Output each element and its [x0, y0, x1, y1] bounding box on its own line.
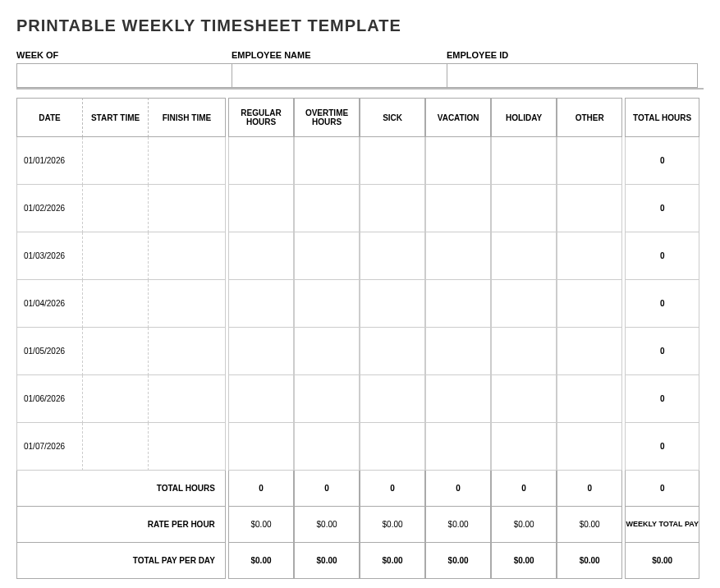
other-cell[interactable]	[557, 328, 622, 375]
regular-cell[interactable]	[228, 328, 294, 375]
finish-cell[interactable]	[148, 280, 226, 328]
rate-regular: $0.00	[228, 507, 294, 543]
sick-cell[interactable]	[360, 375, 425, 423]
employee-id-label: EMPLOYEE ID	[447, 50, 698, 60]
finish-cell[interactable]	[148, 137, 226, 185]
pay-label: TOTAL PAY PER DAY	[16, 543, 226, 579]
col-holiday: HOLIDAY	[491, 98, 557, 137]
weekly-total-label: WEEKLY TOTAL PAY	[625, 507, 699, 543]
finish-cell[interactable]	[148, 185, 226, 232]
date-cell[interactable]: 01/05/2026	[16, 328, 82, 375]
date-cell[interactable]: 01/06/2026	[16, 375, 82, 423]
start-cell[interactable]	[82, 423, 148, 471]
start-cell[interactable]	[82, 137, 148, 185]
holiday-cell[interactable]	[491, 232, 557, 280]
col-regular-hours: REGULAR HOURS	[228, 98, 294, 137]
vacation-cell[interactable]	[425, 137, 491, 185]
sick-cell[interactable]	[360, 185, 425, 232]
pay-holiday: $0.00	[491, 543, 557, 579]
finish-cell[interactable]	[148, 232, 226, 280]
pay-total: $0.00	[625, 543, 699, 579]
other-cell[interactable]	[557, 423, 622, 471]
row-total-cell: 0	[625, 423, 699, 471]
start-cell[interactable]	[82, 375, 148, 423]
regular-cell[interactable]	[228, 280, 294, 328]
vacation-cell[interactable]	[425, 375, 491, 423]
rate-sick: $0.00	[360, 507, 425, 543]
regular-cell[interactable]	[228, 232, 294, 280]
col-other: OTHER	[557, 98, 622, 137]
date-cell[interactable]: 01/03/2026	[16, 232, 82, 280]
overtime-cell[interactable]	[294, 185, 360, 232]
table-row: 01/06/2026 0	[16, 375, 699, 423]
col-date: DATE	[16, 98, 82, 137]
overtime-cell[interactable]	[294, 137, 360, 185]
start-cell[interactable]	[82, 328, 148, 375]
col-finish-time: FINISH TIME	[148, 98, 226, 137]
pay-overtime: $0.00	[294, 543, 360, 579]
start-cell[interactable]	[82, 280, 148, 328]
total-regular: 0	[228, 471, 294, 507]
header-inputs	[16, 63, 704, 90]
overtime-cell[interactable]	[294, 232, 360, 280]
holiday-cell[interactable]	[491, 280, 557, 328]
col-sick: SICK	[360, 98, 425, 137]
row-total-cell: 0	[625, 137, 699, 185]
week-of-label: WEEK OF	[16, 50, 232, 60]
holiday-cell[interactable]	[491, 423, 557, 471]
total-hours-label: TOTAL HOURS	[16, 471, 226, 507]
vacation-cell[interactable]	[425, 185, 491, 232]
sick-cell[interactable]	[360, 232, 425, 280]
vacation-cell[interactable]	[425, 280, 491, 328]
date-cell[interactable]: 01/04/2026	[16, 280, 82, 328]
date-cell[interactable]: 01/01/2026	[16, 137, 82, 185]
employee-id-input[interactable]	[447, 63, 698, 88]
table-row: 01/05/2026 0	[16, 328, 699, 375]
week-of-input[interactable]	[16, 63, 232, 88]
regular-cell[interactable]	[228, 137, 294, 185]
vacation-cell[interactable]	[425, 232, 491, 280]
col-total-hours: TOTAL HOURS	[625, 98, 699, 137]
table-row: 01/03/2026 0	[16, 232, 699, 280]
date-cell[interactable]: 01/07/2026	[16, 423, 82, 471]
pay-regular: $0.00	[228, 543, 294, 579]
row-total-cell: 0	[625, 280, 699, 328]
sick-cell[interactable]	[360, 137, 425, 185]
total-sick: 0	[360, 471, 425, 507]
overtime-cell[interactable]	[294, 280, 360, 328]
start-cell[interactable]	[82, 185, 148, 232]
other-cell[interactable]	[557, 232, 622, 280]
employee-name-input[interactable]	[232, 63, 447, 88]
sick-cell[interactable]	[360, 280, 425, 328]
total-all: 0	[625, 471, 699, 507]
table-row: 01/07/2026 0	[16, 423, 699, 471]
date-cell[interactable]: 01/02/2026	[16, 185, 82, 232]
row-total-cell: 0	[625, 328, 699, 375]
start-cell[interactable]	[82, 232, 148, 280]
holiday-cell[interactable]	[491, 137, 557, 185]
other-cell[interactable]	[557, 280, 622, 328]
sick-cell[interactable]	[360, 328, 425, 375]
total-vacation: 0	[425, 471, 491, 507]
overtime-cell[interactable]	[294, 375, 360, 423]
timesheet-table: DATE START TIME FINISH TIME REGULAR HOUR…	[16, 98, 699, 579]
overtime-cell[interactable]	[294, 423, 360, 471]
rate-vacation: $0.00	[425, 507, 491, 543]
overtime-cell[interactable]	[294, 328, 360, 375]
regular-cell[interactable]	[228, 375, 294, 423]
regular-cell[interactable]	[228, 185, 294, 232]
other-cell[interactable]	[557, 137, 622, 185]
finish-cell[interactable]	[148, 375, 226, 423]
vacation-cell[interactable]	[425, 423, 491, 471]
other-cell[interactable]	[557, 185, 622, 232]
other-cell[interactable]	[557, 375, 622, 423]
finish-cell[interactable]	[148, 423, 226, 471]
vacation-cell[interactable]	[425, 328, 491, 375]
pay-other: $0.00	[557, 543, 622, 579]
holiday-cell[interactable]	[491, 185, 557, 232]
regular-cell[interactable]	[228, 423, 294, 471]
holiday-cell[interactable]	[491, 328, 557, 375]
holiday-cell[interactable]	[491, 375, 557, 423]
finish-cell[interactable]	[148, 328, 226, 375]
sick-cell[interactable]	[360, 423, 425, 471]
